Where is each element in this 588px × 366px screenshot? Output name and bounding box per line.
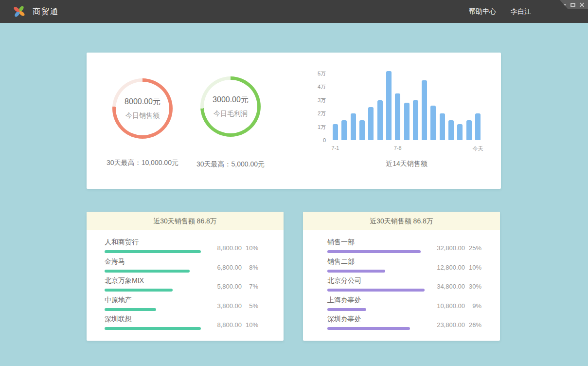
rank-row: 深圳办事处 23,800.00 26% <box>327 313 481 333</box>
rank-row-percent: 7% <box>242 283 258 290</box>
chart-bar <box>386 71 392 141</box>
dept-rank-title: 近30天销售额 86.8万 <box>303 212 500 230</box>
bar-chart-plot <box>333 67 481 140</box>
customer-rank-title: 近30天销售额 86.8万 <box>87 212 284 230</box>
rank-row: 上海办事处 10,800.00 9% <box>327 294 481 314</box>
close-icon[interactable] <box>580 2 584 7</box>
user-name-link[interactable]: 李白江 <box>511 7 531 16</box>
x-axis-tick: 今天 <box>472 145 483 152</box>
rank-row-amount: 6,800.00 <box>203 264 242 271</box>
chart-bar <box>333 124 338 140</box>
rank-row-amount: 34,800.00 <box>426 283 465 290</box>
rank-row-values: 12,800.00 10% <box>426 264 481 271</box>
chart-bar <box>466 120 472 140</box>
rank-row-percent: 26% <box>465 321 481 329</box>
chart-bar <box>368 107 374 141</box>
rank-row-values: 6,800.00 8% <box>203 264 258 271</box>
chart-bar <box>413 100 418 140</box>
x-axis-tick: 7-8 <box>394 145 402 151</box>
rank-row-values: 8,800.00 10% <box>203 321 258 329</box>
minimize-icon[interactable] <box>562 4 566 5</box>
y-axis-tick: 1万 <box>311 123 326 131</box>
rank-row-bar <box>327 327 410 330</box>
rank-row-amount: 10,800.00 <box>426 302 465 310</box>
chart-bar <box>377 100 383 140</box>
app-window: 商贸通 帮助中心 李白江 8000.00元 今日销售额 30天最高：10,000… <box>0 0 588 366</box>
y-axis-tick: 2万 <box>311 109 326 118</box>
x-axis-tick: 7-1 <box>332 145 339 151</box>
rank-row-amount: 5,800.00 <box>203 283 242 290</box>
overview-card: 8000.00元 今日销售额 30天最高：10,000.00元 3000.00元… <box>87 53 501 189</box>
chart-bar <box>430 106 436 140</box>
title-bar: 商贸通 帮助中心 李白江 <box>0 0 588 23</box>
rank-row-bar <box>327 250 421 253</box>
rank-row-bar <box>105 270 190 273</box>
rank-row-percent: 10% <box>242 321 258 329</box>
bar-chart-title: 近14天销售额 <box>333 160 481 168</box>
rank-row-values: 5,800.00 7% <box>203 283 258 290</box>
chart-bar <box>359 120 365 140</box>
y-axis-tick: 3万 <box>311 96 326 105</box>
rank-row-values: 32,800.00 25% <box>426 244 481 252</box>
rank-row-percent: 8% <box>242 264 258 271</box>
today-sales-label: 今日销售额 <box>125 111 160 120</box>
rank-row-bar <box>105 308 156 311</box>
rank-row: 北京分公司 34,800.00 30% <box>327 275 481 294</box>
chart-bar <box>351 113 356 140</box>
y-axis-tick: 5万 <box>311 69 326 78</box>
today-profit-label: 今日毛利润 <box>214 110 248 118</box>
rank-row: 深圳联想 8,800.00 10% <box>105 313 258 333</box>
rank-row-percent: 5% <box>242 302 258 310</box>
rank-row-bar <box>327 270 385 273</box>
rank-row-bar <box>105 250 201 253</box>
chart-bar <box>440 113 445 140</box>
rank-row-bar <box>105 289 173 292</box>
sales-14d-bar-chart: 01万2万3万4万5万 7-17-8今天 近14天销售额 <box>311 63 486 170</box>
rank-row-values: 23,800.00 26% <box>426 321 481 329</box>
top-nav: 帮助中心 李白江 <box>469 0 531 23</box>
chart-bar <box>422 80 427 140</box>
rank-row-percent: 10% <box>465 264 481 271</box>
rank-row-amount: 12,800.00 <box>426 264 465 271</box>
rank-row-amount: 8,800.00 <box>203 321 242 329</box>
today-sales-ring: 8000.00元 今日销售额 <box>112 78 173 139</box>
rank-row-bar <box>327 289 425 292</box>
rank-row-values: 10,800.00 9% <box>426 302 481 310</box>
rank-row: 销售二部 12,800.00 10% <box>327 256 481 275</box>
rank-row: 金海马 6,800.00 8% <box>105 256 258 275</box>
rank-row-bar <box>327 308 366 311</box>
today-profit-ring: 3000.00元 今日毛利润 <box>200 76 261 137</box>
rank-row-amount: 32,800.00 <box>426 244 465 252</box>
rank-row-amount: 8,800.00 <box>203 244 242 252</box>
dept-rank-card: 近30天销售额 86.8万 销售一部 32,800.00 25% 销售二部 12… <box>303 212 500 341</box>
profit-30d-max-note: 30天最高：5,000.00元 <box>177 160 284 169</box>
today-profit-value: 3000.00元 <box>213 95 249 105</box>
today-sales-value: 8000.00元 <box>125 97 160 107</box>
window-controls <box>560 0 588 9</box>
rank-row: 销售一部 32,800.00 25% <box>327 237 481 256</box>
rank-row-values: 8,800.00 10% <box>203 244 258 252</box>
help-center-link[interactable]: 帮助中心 <box>469 7 496 16</box>
pinwheel-logo-icon <box>12 4 26 18</box>
rank-row-amount: 23,800.00 <box>426 321 465 329</box>
app-title: 商贸通 <box>33 0 59 23</box>
bar-chart-y-axis: 01万2万3万4万5万 <box>311 67 326 140</box>
customer-rank-card: 近30天销售额 86.8万 人和商贸行 8,800.00 10% 金海马 6,8… <box>87 212 284 341</box>
y-axis-tick: 4万 <box>311 82 326 91</box>
maximize-icon[interactable] <box>570 3 575 7</box>
rank-row-bar <box>105 327 201 330</box>
today-sales-ring-center: 8000.00元 今日销售额 <box>116 82 169 135</box>
rank-list: 销售一部 32,800.00 25% 销售二部 12,800.00 10% 北京… <box>303 230 500 333</box>
chart-bar <box>341 120 347 140</box>
rank-row-percent: 25% <box>465 244 481 252</box>
rank-row-values: 34,800.00 30% <box>426 283 481 290</box>
chart-bar <box>448 120 454 140</box>
chart-bar <box>475 113 481 140</box>
rank-row: 北京万象MIX 5,800.00 7% <box>105 275 258 294</box>
rank-row: 中原地产 3,800.00 5% <box>105 294 258 314</box>
rank-list: 人和商贸行 8,800.00 10% 金海马 6,800.00 8% 北京万象M… <box>87 230 284 333</box>
bar-chart-x-axis: 7-17-8今天 <box>333 145 481 152</box>
chart-bar <box>395 93 400 140</box>
chart-bar <box>457 124 463 140</box>
rank-row-percent: 9% <box>465 302 481 310</box>
